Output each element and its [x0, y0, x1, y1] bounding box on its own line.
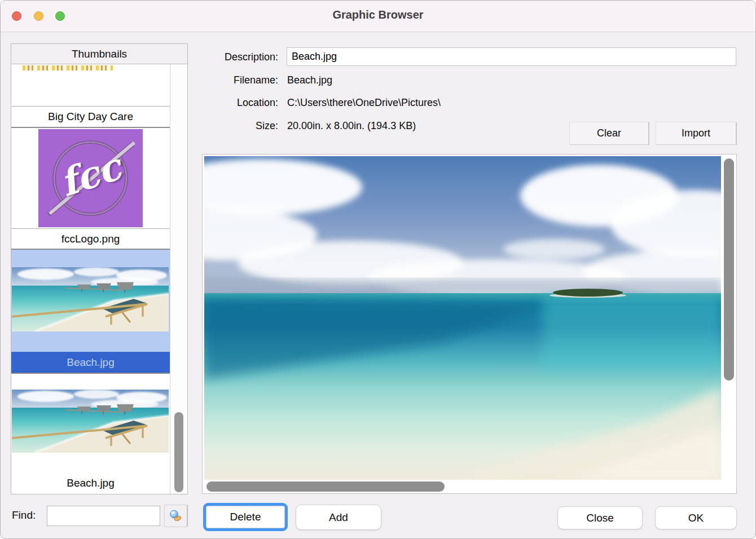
search-icon: [169, 510, 183, 523]
size-label: Size:: [202, 120, 278, 132]
thumbnail-image-partial[interactable]: [11, 64, 170, 106]
thumbnails-scrollbar-thumb[interactable]: [174, 412, 183, 492]
graphic-browser-window: Graphic Browser Thumbnails Big City Day …: [0, 0, 756, 539]
thumbnail-image-beach[interactable]: Beach.jpg: [11, 374, 170, 494]
clear-button[interactable]: Clear: [569, 122, 649, 145]
thumbnail-label-big-city-day-care[interactable]: Big City Day Care: [11, 106, 170, 128]
thumbnail-label-beach-selected[interactable]: Beach.jpg: [11, 352, 170, 373]
thumbnail-label-fcclogo[interactable]: fccLogo.png: [11, 228, 170, 250]
partial-thumbnail-strip: [23, 65, 113, 70]
filename-label: Filename:: [202, 74, 278, 86]
location-value: C:\Users\there\OneDrive\Pictures\: [287, 97, 441, 109]
beach-thumbnail-graphic: [12, 267, 169, 332]
location-label: Location:: [202, 97, 278, 109]
description-label: Description:: [202, 51, 278, 63]
size-value: 20.00in. x 8.00in. (194.3 KB): [287, 120, 416, 132]
thumbnails-scrollbar-track[interactable]: [170, 64, 187, 494]
preview-horizontal-scrollbar-thumb[interactable]: [206, 481, 445, 492]
close-button[interactable]: Close: [557, 506, 643, 529]
find-input[interactable]: [47, 506, 160, 526]
find-label: Find:: [12, 509, 36, 522]
delete-button[interactable]: Delete: [203, 503, 288, 531]
preview-vertical-scrollbar-thumb[interactable]: [724, 158, 734, 381]
window-title: Graphic Browser: [1, 8, 755, 21]
import-button[interactable]: Import: [656, 122, 737, 145]
beach-preview-image: [204, 156, 721, 480]
thumbnail-image-fcclogo[interactable]: fcc: [11, 128, 170, 228]
thumbnails-header: Thumbnails: [11, 43, 188, 64]
title-bar: Graphic Browser: [1, 1, 755, 32]
beach-thumbnail-graphic: [12, 390, 169, 453]
add-button[interactable]: Add: [296, 505, 381, 530]
thumbnail-label-beach: Beach.jpg: [11, 477, 170, 489]
find-button[interactable]: [164, 505, 188, 527]
description-input[interactable]: [287, 47, 736, 66]
thumbnail-image-beach-selected[interactable]: [11, 250, 170, 352]
thumbnails-list: Big City Day Care fcc fccLogo.png Beach.…: [11, 64, 188, 494]
filename-value: Beach.jpg: [287, 74, 332, 86]
preview-pane: [202, 154, 737, 494]
fcc-logo: fcc: [38, 129, 143, 227]
ok-button[interactable]: OK: [655, 506, 737, 529]
